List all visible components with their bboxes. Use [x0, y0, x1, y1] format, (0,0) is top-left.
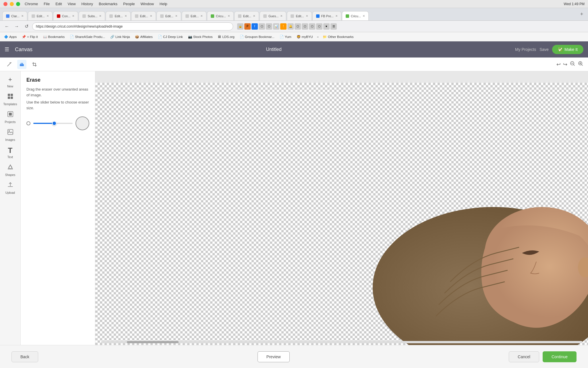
- forward-button[interactable]: →: [13, 22, 21, 30]
- mac-menu[interactable]: Chrome File Edit View History Bookmarks …: [25, 2, 167, 6]
- redo-button[interactable]: ↪: [563, 61, 567, 68]
- tab-8[interactable]: Cricu... ✕: [207, 11, 234, 20]
- ext-icon-4[interactable]: ⬡: [259, 23, 265, 30]
- zoom-out-button[interactable]: [570, 61, 575, 68]
- bookmark-stockphotos[interactable]: 📷 Stock Photos: [186, 34, 214, 39]
- back-action-button[interactable]: Back: [11, 351, 38, 362]
- menu-view[interactable]: View: [68, 2, 76, 6]
- tab-7[interactable]: Edit... ✕: [182, 11, 206, 20]
- ext-icon-3[interactable]: f: [252, 23, 258, 30]
- tab-10[interactable]: Gues... ✕: [260, 11, 286, 20]
- ext-icon-6[interactable]: 📊: [273, 23, 279, 30]
- tab-close-0[interactable]: ✕: [21, 14, 24, 18]
- tab-close-1[interactable]: ✕: [47, 14, 49, 18]
- tab-3[interactable]: Subs... ✕: [79, 11, 105, 20]
- bookmark-yum[interactable]: 📄 Yum: [278, 34, 293, 39]
- canvas-scrollbar-horizontal[interactable]: [101, 341, 582, 343]
- sidebar-item-upload[interactable]: Upload: [1, 179, 20, 197]
- tab-close-11[interactable]: ✕: [306, 14, 308, 18]
- canvas-area[interactable]: [95, 71, 588, 345]
- save-button[interactable]: Save: [539, 47, 549, 52]
- tab-close-8[interactable]: ✕: [228, 14, 230, 18]
- menu-help[interactable]: Help: [160, 2, 167, 6]
- magic-wand-tool[interactable]: [5, 60, 14, 69]
- scrollbar-thumb-h[interactable]: [127, 341, 179, 343]
- tab-13[interactable]: Cricu... ✕: [342, 11, 369, 20]
- menu-window[interactable]: Window: [141, 2, 154, 6]
- tab-close-10[interactable]: ✕: [280, 14, 283, 18]
- make-it-button[interactable]: ✅ Make It: [552, 45, 583, 54]
- tab-close-2[interactable]: ✕: [72, 14, 74, 18]
- ext-icon-11[interactable]: ⬡: [309, 23, 315, 30]
- tab-close-9[interactable]: ✕: [253, 14, 255, 18]
- sidebar-item-new[interactable]: + New: [1, 74, 20, 90]
- tab-12[interactable]: FB Pre... ✕: [312, 11, 341, 20]
- crop-tool[interactable]: [30, 60, 39, 69]
- sidebar-item-shapes[interactable]: Shapes: [1, 162, 20, 179]
- minimize-button[interactable]: [10, 2, 14, 6]
- ext-icon-14[interactable]: ☰: [330, 23, 337, 30]
- sidebar-item-projects[interactable]: Projects: [1, 109, 20, 126]
- tab-close-5[interactable]: ✕: [150, 14, 152, 18]
- tab-2[interactable]: Con... ✕: [53, 11, 78, 20]
- bookmark-cjdeep[interactable]: 📄 CJ Deep Link: [156, 34, 185, 39]
- tab-5[interactable]: Edit... ✕: [131, 11, 156, 20]
- tab-1[interactable]: Edit... ✕: [28, 11, 53, 20]
- menu-file[interactable]: File: [44, 2, 50, 6]
- zoom-fit-button[interactable]: [578, 61, 583, 68]
- menu-edit[interactable]: Edit: [55, 2, 62, 6]
- menu-bookmarks[interactable]: Bookmarks: [99, 2, 117, 6]
- address-input[interactable]: https://design.cricut.com/#/design/new/u…: [32, 22, 233, 30]
- preview-action-button[interactable]: Preview: [258, 351, 290, 362]
- eraser-size-slider[interactable]: [33, 123, 73, 124]
- tab-close-13[interactable]: ✕: [363, 14, 365, 18]
- bookmark-flipit[interactable]: 📌 + Flip it: [20, 34, 39, 39]
- ext-icon-1[interactable]: 🔒: [237, 23, 243, 30]
- bookmark-groupon[interactable]: 📄 Groupon Bookmar...: [238, 34, 276, 39]
- bookmark-affiliates[interactable]: 📦 Affiliates: [133, 34, 154, 39]
- bookmark-lds[interactable]: 🏛 LDS.org: [216, 34, 236, 39]
- ext-icon-2[interactable]: P: [244, 23, 251, 30]
- new-tab-button[interactable]: +: [578, 10, 586, 18]
- bookmark-other[interactable]: 📁 Other Bookmarks: [321, 34, 355, 39]
- sidebar-item-text[interactable]: T Text: [1, 144, 20, 161]
- ext-icon-5[interactable]: ⬡: [266, 23, 272, 30]
- cancel-action-button[interactable]: Cancel: [509, 351, 539, 362]
- ext-icon-8[interactable]: 🔔: [287, 23, 294, 30]
- bookmark-bookmarks[interactable]: 📖 Bookmarks: [41, 34, 67, 39]
- sidebar-item-templates[interactable]: Templates: [1, 91, 20, 108]
- close-button[interactable]: [3, 2, 7, 6]
- eraser-tool[interactable]: [17, 60, 26, 69]
- tab-close-12[interactable]: ✕: [335, 14, 338, 18]
- tab-close-4[interactable]: ✕: [125, 14, 127, 18]
- menu-people[interactable]: People: [123, 2, 135, 6]
- undo-button[interactable]: ↩: [556, 61, 561, 68]
- my-projects-button[interactable]: My Projects: [515, 47, 536, 52]
- ext-icon-9[interactable]: ⬡: [295, 23, 301, 30]
- ext-icon-13[interactable]: ♥: [323, 23, 330, 30]
- bookmark-linkninja[interactable]: 🔗 Link Ninja: [109, 34, 132, 39]
- tab-4[interactable]: Edit... ✕: [106, 11, 130, 20]
- ext-icon-10[interactable]: ⬡: [302, 23, 308, 30]
- ext-icon-7[interactable]: !: [280, 23, 287, 30]
- image-canvas[interactable]: [335, 201, 588, 345]
- menu-chrome[interactable]: Chrome: [25, 2, 38, 6]
- bookmarks-more[interactable]: »: [317, 35, 319, 39]
- maximize-button[interactable]: [16, 2, 20, 6]
- tab-close-3[interactable]: ✕: [99, 14, 101, 18]
- bookmark-mybyu[interactable]: 🦁 myBYU: [295, 34, 315, 39]
- traffic-lights[interactable]: [3, 2, 20, 6]
- back-button[interactable]: ←: [3, 22, 11, 30]
- menu-history[interactable]: History: [82, 2, 93, 6]
- tab-close-6[interactable]: ✕: [175, 14, 177, 18]
- bookmark-sharesale[interactable]: 📄 ShareASale Produ...: [68, 34, 107, 39]
- bookmark-apps[interactable]: 🔷 Apps: [2, 34, 18, 39]
- sidebar-item-images[interactable]: Images: [1, 126, 20, 144]
- refresh-button[interactable]: ↺: [22, 22, 30, 30]
- tab-0[interactable]: Clar... ✕: [2, 11, 27, 20]
- tab-6[interactable]: Edit... ✕: [156, 11, 181, 20]
- ext-icon-12[interactable]: ⬡: [316, 23, 322, 30]
- tab-9[interactable]: Edit... ✕: [234, 11, 259, 20]
- tab-11[interactable]: Edit... ✕: [287, 11, 312, 20]
- continue-action-button[interactable]: Continue: [543, 351, 577, 362]
